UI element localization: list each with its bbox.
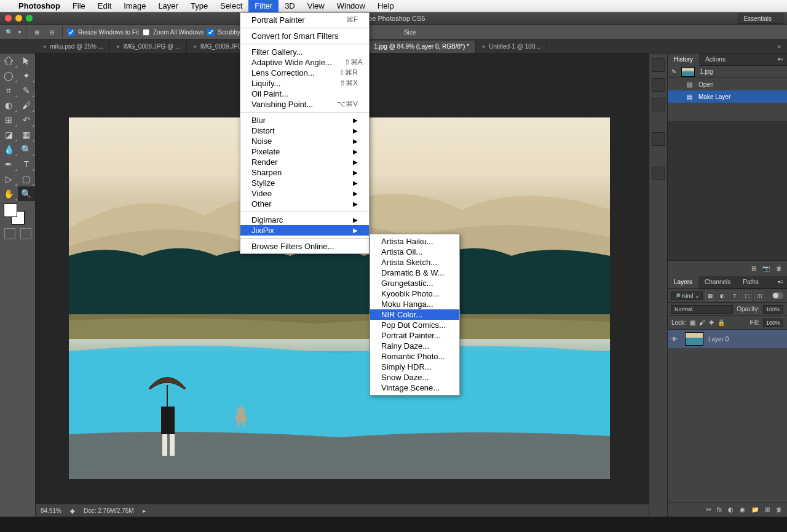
filter-submenu-item[interactable]: Noise▶: [240, 136, 369, 146]
document-tab[interactable]: ×miku.psd @ 25% ...: [37, 41, 110, 53]
zoom-all-checkbox[interactable]: [143, 29, 149, 36]
filter-item[interactable]: Liquify...⇧⌘X: [240, 78, 369, 89]
filter-submenu-item[interactable]: Stylize▶: [240, 178, 369, 188]
jixipix-item[interactable]: Grungetastic...: [370, 278, 459, 288]
filter-item[interactable]: Lens Correction...⇧⌘R: [240, 68, 369, 78]
link-layers-icon[interactable]: ⚯: [706, 506, 711, 513]
menu-file[interactable]: File: [66, 0, 92, 12]
jixipix-item[interactable]: Pop Dot Comics...: [370, 320, 459, 330]
jixipix-item[interactable]: Moku Hanga...: [370, 299, 459, 309]
filter-pixel-icon[interactable]: ▦: [705, 291, 715, 301]
minimize-button[interactable]: [15, 15, 22, 22]
layers-menu-icon[interactable]: ▾≡: [774, 279, 787, 285]
blend-mode-select[interactable]: Normal: [671, 305, 733, 314]
clone-stamp-tool[interactable]: ⊞: [0, 113, 18, 127]
filter-smart-icon[interactable]: ◫: [754, 291, 764, 301]
filter-last[interactable]: Portrait Painter ⌘F: [240, 15, 369, 25]
menu-3d[interactable]: 3D: [279, 0, 301, 12]
new-layer-icon[interactable]: ⊞: [765, 506, 770, 513]
jixipix-item[interactable]: Artista Haiku...: [370, 236, 459, 247]
filter-submenu-item[interactable]: Render▶: [240, 157, 369, 167]
paragraph-panel-icon[interactable]: [652, 167, 665, 180]
status-info-icon[interactable]: ◆: [70, 507, 75, 514]
document-tab[interactable]: ×Untitled-1 @ 100...: [476, 41, 547, 53]
history-state-row[interactable]: ▤Make Layer: [668, 90, 787, 103]
channels-tab[interactable]: Channels: [698, 276, 737, 288]
delete-layer-icon[interactable]: 🗑: [776, 506, 782, 513]
layer-fx-icon[interactable]: fx: [717, 506, 722, 513]
crop-tool[interactable]: ⌗: [0, 83, 18, 98]
fill-value[interactable]: 100%: [763, 319, 783, 327]
jixipix-item[interactable]: NIR Color...: [370, 309, 459, 320]
filter-submenu-item[interactable]: Blur▶: [240, 115, 369, 125]
gradient-tool[interactable]: ▦: [18, 127, 36, 142]
close-button[interactable]: [5, 15, 12, 22]
filter-adjust-icon[interactable]: ◐: [718, 291, 727, 301]
shape-tool[interactable]: ▢: [18, 172, 36, 186]
filter-submenu-item[interactable]: Sharpen▶: [240, 167, 369, 178]
menu-filter[interactable]: Filter: [248, 0, 279, 12]
jixipix-item[interactable]: Artista Sketch...: [370, 257, 459, 268]
actions-tab[interactable]: Actions: [699, 54, 732, 66]
menu-photoshop[interactable]: Photoshop: [12, 0, 66, 12]
filter-browse-online[interactable]: Browse Filters Online...: [240, 241, 369, 252]
foreground-color-swatch[interactable]: [4, 204, 17, 217]
screen-mode-toggle[interactable]: [20, 228, 31, 239]
menu-image[interactable]: Image: [117, 0, 152, 12]
type-tool[interactable]: T: [18, 157, 36, 172]
zoom-in-icon[interactable]: ⊕: [31, 26, 42, 38]
menu-help[interactable]: Help: [371, 0, 400, 12]
panel-menu-icon[interactable]: ▾≡: [774, 57, 787, 62]
brush-tool[interactable]: 🖌: [18, 98, 36, 113]
trash-icon[interactable]: 🗑: [776, 265, 782, 272]
zoom-tool-icon[interactable]: 🔍: [4, 26, 15, 38]
close-tab-icon[interactable]: ×: [43, 41, 46, 53]
status-arrow-icon[interactable]: ▸: [143, 507, 146, 514]
filter-type-icon[interactable]: T: [730, 291, 740, 301]
pen-tool[interactable]: ✒: [0, 157, 18, 172]
menu-window[interactable]: Window: [331, 0, 371, 12]
jixipix-item[interactable]: Vintage Scene...: [370, 383, 459, 393]
filter-submenu-item[interactable]: Pixelate▶: [240, 146, 369, 157]
filter-submenu-item[interactable]: Video▶: [240, 188, 369, 199]
lock-paint-icon[interactable]: 🖌: [699, 319, 705, 326]
resize-windows-checkbox[interactable]: [68, 29, 74, 36]
color-panel-icon[interactable]: [652, 58, 665, 72]
menu-edit[interactable]: Edit: [92, 0, 117, 12]
status-zoom[interactable]: 84.91%: [41, 507, 61, 514]
filter-shape-icon[interactable]: ▢: [742, 291, 752, 301]
filter-toggle[interactable]: [772, 292, 783, 299]
history-state-row[interactable]: ▤Open: [668, 78, 787, 90]
filter-submenu-item[interactable]: Other▶: [240, 199, 369, 209]
eraser-tool[interactable]: ◪: [0, 127, 18, 142]
camera-icon[interactable]: 📷: [762, 265, 770, 272]
filter-item[interactable]: Vanishing Point...⌥⌘V: [240, 99, 369, 109]
document-tab[interactable]: ×IMG_0008.JPG @ ...: [110, 41, 187, 53]
eyedropper-tool[interactable]: ✎: [18, 83, 36, 98]
jixipix-item[interactable]: Rainy Daze...: [370, 341, 459, 351]
status-doc-size[interactable]: Doc: 2.76M/2.76M: [84, 507, 134, 514]
history-snapshot-row[interactable]: ✎ 1.jpg: [668, 66, 787, 78]
menu-layer[interactable]: Layer: [152, 0, 184, 12]
move-tool[interactable]: [0, 54, 18, 68]
blur-tool[interactable]: 💧: [0, 142, 18, 157]
layer-mask-icon[interactable]: ◐: [728, 506, 734, 513]
layer-filter-kind[interactable]: 🔎 Kind ⌄: [671, 292, 703, 300]
jixipix-item[interactable]: Kyoobik Photo...: [370, 288, 459, 299]
filter-plugin-item[interactable]: JixiPix▶: [240, 225, 369, 236]
color-swatches[interactable]: [0, 201, 35, 226]
jixipix-item[interactable]: Romantic Photo...: [370, 351, 459, 362]
dodge-tool[interactable]: 🔍: [18, 142, 36, 157]
history-brush-tool[interactable]: ↶: [18, 113, 36, 127]
filter-item[interactable]: Oil Paint...: [240, 89, 369, 99]
menu-select[interactable]: Select: [214, 0, 248, 12]
filter-submenu-item[interactable]: Distort▶: [240, 125, 369, 136]
layer-name[interactable]: Layer 0: [708, 336, 729, 343]
filter-convert-smart[interactable]: Convert for Smart Filters: [240, 31, 369, 41]
scrubby-zoom-checkbox[interactable]: [207, 29, 214, 36]
tabs-overflow[interactable]: »: [771, 43, 787, 50]
jixipix-item[interactable]: Snow Daze...: [370, 372, 459, 383]
close-tab-icon[interactable]: ×: [193, 41, 196, 53]
menu-view[interactable]: View: [301, 0, 331, 12]
styles-panel-icon[interactable]: [652, 98, 665, 111]
